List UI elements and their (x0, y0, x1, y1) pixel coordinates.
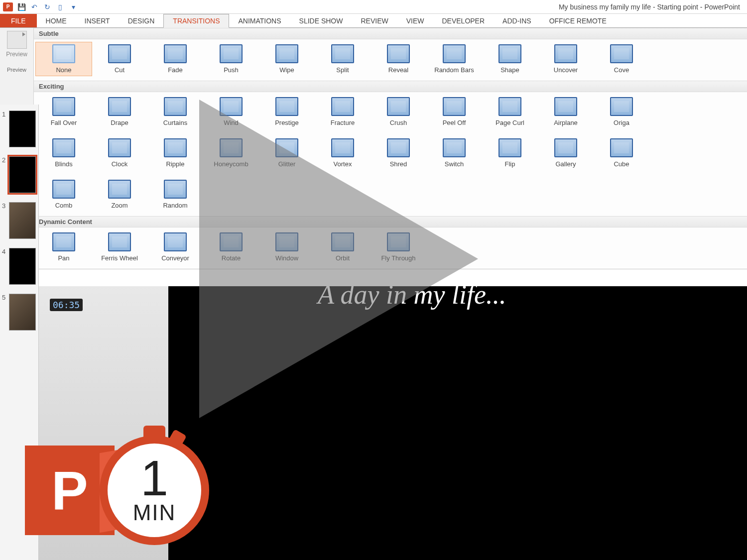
ribbon-tabs: FILE HOME INSERT DESIGN TRANSITIONS ANIM… (0, 14, 747, 28)
preview-icon[interactable] (7, 31, 27, 49)
transition-ripple[interactable]: Ripple (147, 136, 203, 170)
tab-office-remote[interactable]: OFFICE REMOTE (540, 14, 616, 27)
tab-review[interactable]: REVIEW (352, 14, 397, 27)
transition-glitter[interactable]: Glitter (259, 136, 315, 170)
tab-animations[interactable]: ANIMATIONS (229, 14, 290, 27)
transition-blinds[interactable]: Blinds (36, 136, 92, 170)
transition-shape[interactable]: Shape (482, 42, 538, 76)
transition-cover[interactable]: Cove (594, 42, 649, 76)
transition-prestige[interactable]: Prestige (259, 95, 315, 128)
slide-canvas[interactable]: A day in my life... (168, 286, 747, 560)
transition-curtains[interactable]: Curtains (147, 95, 203, 128)
qat-more-icon[interactable]: ▾ (69, 2, 78, 11)
tutorial-badge: P 1 MIN (25, 436, 209, 545)
tab-design[interactable]: DESIGN (119, 14, 164, 27)
slide-thumb-2[interactable]: 2 (9, 156, 36, 193)
preview-group-name: Preview (2, 67, 31, 73)
slide-image-1 (9, 111, 36, 147)
slide-image-3 (9, 202, 36, 239)
slide-image-2 (9, 156, 36, 193)
tab-view[interactable]: VIEW (397, 14, 433, 27)
transition-cut[interactable]: Cut (92, 42, 147, 76)
transition-random-bars[interactable]: Random Bars (426, 42, 482, 76)
slide-image-4 (9, 248, 36, 285)
transition-orbit[interactable]: Orbit (315, 230, 371, 264)
transition-comb[interactable]: Comb (36, 178, 92, 211)
tab-developer[interactable]: DEVELOPER (433, 14, 494, 27)
title-bar: P 💾 ↶ ↻ ▯ ▾ My business my family my lif… (0, 0, 747, 14)
tab-home[interactable]: HOME (37, 14, 76, 27)
transition-shred[interactable]: Shred (371, 136, 426, 170)
transition-pan[interactable]: Pan (36, 230, 92, 264)
transition-origami[interactable]: Origa (594, 95, 649, 128)
transition-wipe[interactable]: Wipe (259, 42, 315, 76)
transition-none[interactable]: None (36, 42, 92, 76)
transition-conveyor[interactable]: Conveyor (147, 230, 203, 264)
window-title: My business my family my life - Starting… (78, 3, 744, 11)
dynamic-row: Pan Ferris Wheel Conveyor Rotate Window … (34, 227, 747, 269)
tab-slideshow[interactable]: SLIDE SHOW (290, 14, 352, 27)
tab-insert[interactable]: INSERT (76, 14, 119, 27)
transition-random[interactable]: Random (147, 178, 203, 211)
transition-zoom[interactable]: Zoom (92, 178, 147, 211)
transitions-gallery: Subtle None Cut Fade Push Wipe Split Rev… (34, 28, 747, 269)
save-icon[interactable]: 💾 (17, 2, 26, 11)
transition-flip[interactable]: Flip (482, 136, 538, 170)
category-exciting: Exciting (34, 81, 747, 92)
transition-fall-over[interactable]: Fall Over (36, 95, 92, 128)
slideshow-icon[interactable]: ▯ (56, 2, 65, 11)
transition-gallery[interactable]: Gallery (538, 136, 594, 170)
slide-title-text: A day in my life... (318, 279, 506, 310)
stopwatch-icon: 1 MIN (100, 436, 209, 545)
transition-clock[interactable]: Clock (92, 136, 147, 170)
slide-thumb-5[interactable]: 5 (9, 294, 36, 331)
subtle-row: None Cut Fade Push Wipe Split Reveal Ran… (34, 39, 747, 81)
redo-icon[interactable]: ↻ (43, 2, 52, 11)
transition-split[interactable]: Split (315, 42, 371, 76)
transition-switch[interactable]: Switch (426, 136, 482, 170)
transition-fracture[interactable]: Fracture (315, 95, 371, 128)
transition-cube[interactable]: Cube (594, 136, 649, 170)
transition-fade[interactable]: Fade (147, 42, 203, 76)
transition-crush[interactable]: Crush (371, 95, 426, 128)
transition-uncover[interactable]: Uncover (538, 42, 594, 76)
preview-label: Preview (2, 51, 31, 58)
category-subtle: Subtle (34, 28, 747, 39)
transition-airplane[interactable]: Airplane (538, 95, 594, 128)
transition-fly-through[interactable]: Fly Through (371, 230, 426, 264)
tab-file[interactable]: FILE (0, 14, 37, 27)
transition-wind[interactable]: Wind (203, 95, 259, 128)
tab-addins[interactable]: ADD-INS (494, 14, 540, 27)
slide-thumb-3[interactable]: 3 (9, 202, 36, 239)
exciting-row2: Blinds Clock Ripple Honeycomb Glitter Vo… (34, 133, 747, 175)
exciting-row1: Fall Over Drape Curtains Wind Prestige F… (34, 92, 747, 133)
slide-image-5 (9, 294, 36, 331)
quick-access-toolbar: P 💾 ↶ ↻ ▯ ▾ (3, 2, 78, 11)
slide-thumb-4[interactable]: 4 (9, 248, 36, 285)
phone-clock: 06:35 (50, 299, 83, 311)
transition-window[interactable]: Window (259, 230, 315, 264)
exciting-row3: Comb Zoom Random (34, 175, 747, 216)
slide-thumb-1[interactable]: 1 (9, 111, 36, 147)
transition-ferris-wheel[interactable]: Ferris Wheel (92, 230, 147, 264)
powerpoint-icon: P (3, 2, 13, 11)
ribbon-body: Preview Preview Subtle None Cut Fade Pus… (0, 28, 747, 269)
transition-honeycomb[interactable]: Honeycomb (203, 136, 259, 170)
transition-vortex[interactable]: Vortex (315, 136, 371, 170)
transition-page-curl[interactable]: Page Curl (482, 95, 538, 128)
transition-push[interactable]: Push (203, 42, 259, 76)
undo-icon[interactable]: ↶ (30, 2, 39, 11)
transition-rotate[interactable]: Rotate (203, 230, 259, 264)
tab-transitions[interactable]: TRANSITIONS (163, 14, 229, 28)
transition-reveal[interactable]: Reveal (371, 42, 426, 76)
transition-drape[interactable]: Drape (92, 95, 147, 128)
category-dynamic: Dynamic Content (34, 216, 747, 227)
transition-peel-off[interactable]: Peel Off (426, 95, 482, 128)
